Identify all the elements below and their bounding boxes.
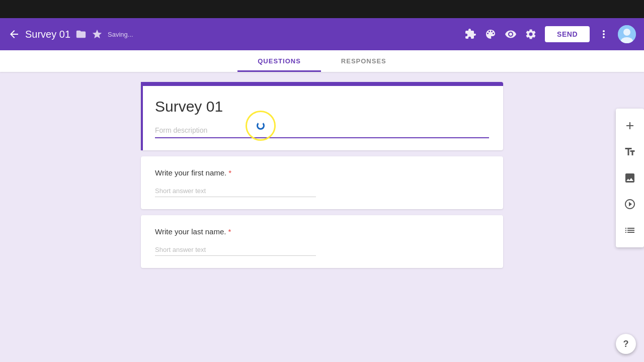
- required-star-1: *: [228, 168, 231, 177]
- add-video-button[interactable]: [618, 192, 642, 216]
- tab-questions[interactable]: QUESTIONS: [237, 50, 321, 72]
- palette-icon[interactable]: [485, 28, 497, 40]
- form-content: Survey 01 Write your first name. * Write…: [141, 72, 503, 274]
- required-star-2: *: [228, 227, 231, 236]
- back-button[interactable]: [8, 28, 20, 40]
- survey-title: Survey 01: [25, 29, 70, 40]
- folder-icon[interactable]: [75, 29, 87, 40]
- tab-responses[interactable]: RESPONSES: [321, 50, 407, 72]
- question-label-1: Write your first name. *: [155, 168, 489, 177]
- add-section-button[interactable]: [618, 218, 642, 242]
- saving-text: Saving...: [108, 31, 133, 38]
- loading-cursor: [246, 111, 276, 141]
- avatar-icon[interactable]: [618, 25, 636, 43]
- svg-point-1: [623, 29, 630, 36]
- add-question-button[interactable]: [618, 114, 642, 138]
- cursor-inner: [257, 122, 265, 130]
- more-icon[interactable]: [598, 28, 610, 40]
- answer-input-2[interactable]: [155, 244, 316, 256]
- tabs-bar: QUESTIONS RESPONSES: [0, 50, 644, 72]
- form-header-card: Survey 01: [141, 82, 503, 150]
- star-icon[interactable]: [92, 29, 103, 40]
- header: Survey 01 Saving...: [0, 18, 644, 50]
- answer-input-1[interactable]: [155, 185, 316, 197]
- main-area: QUESTIONS RESPONSES Survey 01 Write your…: [0, 50, 644, 362]
- header-right: SEND: [464, 25, 636, 43]
- eye-icon[interactable]: [505, 28, 517, 40]
- header-left: Survey 01 Saving...: [8, 28, 458, 40]
- add-image-button[interactable]: [618, 166, 642, 190]
- question-label-2: Write your last name. *: [155, 227, 489, 236]
- top-bar: [0, 0, 644, 18]
- question-card-1: Write your first name. *: [141, 156, 503, 209]
- send-button[interactable]: SEND: [545, 26, 590, 42]
- center-panel: QUESTIONS RESPONSES Survey 01 Write your…: [0, 50, 644, 362]
- puzzle-icon[interactable]: [464, 28, 476, 40]
- right-toolbar: [616, 109, 644, 247]
- form-description-input[interactable]: [155, 123, 489, 138]
- add-title-button[interactable]: [618, 140, 642, 164]
- question-card-2: Write your last name. *: [141, 215, 503, 268]
- help-button[interactable]: ?: [616, 334, 636, 354]
- gear-icon[interactable]: [525, 28, 537, 40]
- form-title: Survey 01: [155, 98, 489, 115]
